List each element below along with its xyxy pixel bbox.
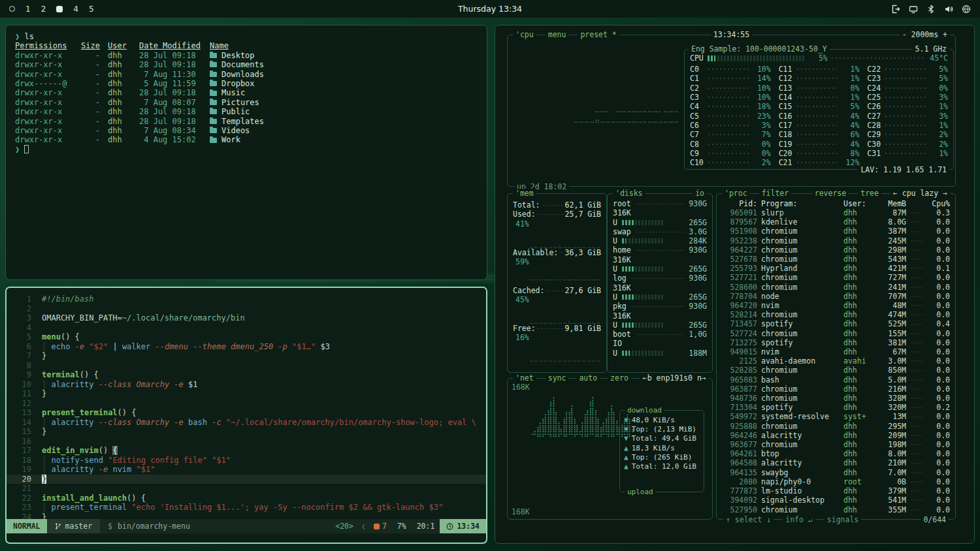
process-row[interactable]: 951908chromiumdhh387M0.0 bbox=[722, 227, 950, 236]
cpu-core: C141% bbox=[779, 93, 860, 102]
workspace-1[interactable]: 1 bbox=[25, 5, 31, 14]
process-row[interactable]: 777873lm-studiodhh379M0.0 bbox=[722, 486, 950, 496]
btop-window[interactable]: 'cpu menu preset * 13:34:55 - 2000ms + ⠒… bbox=[495, 25, 975, 544]
select-control[interactable]: ↑ select ↓ bbox=[723, 515, 774, 524]
globe-icon[interactable] bbox=[962, 5, 971, 14]
line-number: 3 bbox=[7, 313, 42, 323]
sync-button[interactable]: sync bbox=[546, 373, 569, 383]
process-row[interactable]: 394092signal-desktopdhh541M0.0 bbox=[722, 496, 950, 505]
editor-lines[interactable]: 1#!/bin/bash23OMARCHY_BIN_PATH=~/.local/… bbox=[7, 288, 486, 519]
process-row[interactable]: 964261btopdhh8.0M0.0 bbox=[722, 449, 950, 458]
io-mode-button[interactable]: io bbox=[693, 189, 707, 198]
process-row[interactable]: 2125avahi-daemonavahi3.0M0.0 bbox=[722, 356, 950, 366]
size: - bbox=[80, 70, 100, 79]
workspace-square-icon[interactable] bbox=[56, 6, 63, 12]
line-number: 16 bbox=[7, 437, 42, 447]
editor-line: 11} bbox=[7, 389, 486, 399]
process-row[interactable]: 527721chromiumdhh727M0.0 bbox=[722, 273, 950, 282]
process-row[interactable]: 964720nvimdhh48M0.0 bbox=[722, 301, 950, 310]
process-row[interactable]: 964508alacrittydhh210M0.0 bbox=[722, 458, 950, 467]
auto-button[interactable]: auto bbox=[576, 373, 600, 383]
process-row[interactable]: 528285chromiumdhh850M0.0 bbox=[722, 366, 950, 375]
git-branch: master bbox=[47, 519, 101, 533]
line-number: 4 bbox=[7, 323, 42, 333]
process-row[interactable]: 549972systemd-resolvesyst+13M0.0 bbox=[722, 412, 950, 421]
signals-control[interactable]: signals bbox=[825, 515, 861, 524]
editor-line: 6│ echo -e "$2" | walker --dmenu --theme… bbox=[7, 342, 486, 352]
net-interface[interactable]: ←b enp191s0 n→ bbox=[640, 373, 709, 383]
cpu-core: C90% bbox=[690, 149, 771, 158]
cpu-core: C523% bbox=[690, 111, 771, 120]
filter-button[interactable]: filter bbox=[759, 189, 792, 198]
up-arrow-icon: ▲ bbox=[624, 444, 629, 453]
preset-button[interactable]: preset * bbox=[578, 30, 619, 39]
process-row[interactable]: 713457spotifydhh525M0.4 bbox=[722, 319, 950, 328]
file-path: bin/omarchy-menu bbox=[118, 522, 190, 531]
cpu-core: C114% bbox=[690, 74, 771, 83]
clock-icon bbox=[446, 523, 453, 530]
process-row[interactable]: 255793Hyprlanddhh421M0.1 bbox=[722, 264, 950, 273]
prompt-symbol: ❯ bbox=[15, 145, 20, 154]
process-row[interactable]: 527678chromiumdhh543M0.0 bbox=[722, 255, 950, 264]
screencast-icon[interactable] bbox=[909, 5, 918, 14]
line-number: 13 bbox=[7, 408, 42, 418]
process-row[interactable]: 964135swaybgdhh7.0M0.0 bbox=[722, 468, 950, 477]
process-row[interactable]: 949015nvimdhh67M0.0 bbox=[722, 347, 950, 356]
sort-selector[interactable]: ← cpu lazy → bbox=[890, 189, 950, 198]
documents-folder-icon bbox=[210, 62, 217, 67]
workspace-4[interactable]: 4 bbox=[73, 5, 78, 14]
workspace-2[interactable]: 2 bbox=[41, 5, 46, 14]
process-row[interactable]: 948736chromiumdhh328M0.0 bbox=[722, 394, 950, 403]
tree-button[interactable]: tree bbox=[858, 189, 881, 198]
editor-line: 1#!/bin/bash bbox=[7, 294, 486, 304]
process-row[interactable]: 879567kdenlivedhh8.0G0.0 bbox=[722, 217, 950, 227]
process-row[interactable]: 778704nodedhh707M0.0 bbox=[722, 292, 950, 301]
process-row[interactable]: 713304spotifydhh320M0.2 bbox=[722, 403, 950, 412]
process-row[interactable]: 965091slurpdhh87M0.3 bbox=[722, 208, 950, 217]
workspace-5[interactable]: 5 bbox=[89, 5, 94, 14]
volume-icon[interactable] bbox=[944, 5, 953, 14]
user: dhh bbox=[108, 51, 131, 60]
up-arrow-icon: ▲ bbox=[624, 462, 629, 471]
process-row[interactable]: 963877chromiumdhh216M0.0 bbox=[722, 385, 950, 394]
zero-button[interactable]: zero bbox=[608, 373, 631, 383]
net-up-rows: ▲18,3 KiB/s▲Top: (265 KiB)▲Total: 12,0 G… bbox=[620, 444, 704, 472]
menu-button[interactable]: menu bbox=[546, 30, 569, 39]
user: dhh bbox=[108, 126, 131, 135]
bluetooth-icon[interactable] bbox=[926, 5, 936, 14]
editor-statusline: NORMAL master $bin/omarchy-menu <20> ❮ 7… bbox=[7, 519, 486, 533]
info-control[interactable]: info ↵ bbox=[783, 515, 815, 524]
process-row[interactable]: 528214chromiumdhh474M0.0 bbox=[722, 310, 950, 319]
reverse-button[interactable]: reverse bbox=[812, 189, 849, 198]
neovim-window[interactable]: 1#!/bin/bash23OMARCHY_BIN_PATH=~/.local/… bbox=[5, 287, 487, 544]
date-modified: 28 Jul 09:18 bbox=[139, 88, 202, 97]
workspace-circle-icon[interactable] bbox=[9, 6, 15, 12]
line-number: 23 bbox=[7, 503, 42, 512]
mem-stat: Cached:27,6 GiB45%⣀⣀⣀⣀⣀⣀⣀⣀⣄⣀⣀⣀⣀⣀⣀⣀⣀⣀ bbox=[513, 286, 601, 324]
terminal-window-ls[interactable]: ❯ ls PermissionsSizeUserDate ModifiedNam… bbox=[5, 25, 487, 280]
command-line bbox=[7, 533, 486, 543]
process-row[interactable]: 925888chromiumdhh295M0.0 bbox=[722, 422, 950, 431]
ls-column-header: Permissions bbox=[15, 41, 73, 50]
editor-line: 10│ alacritty --class Omarchy -e $1 bbox=[7, 380, 486, 390]
process-row[interactable]: 964227chromiumdhh298M0.0 bbox=[722, 245, 950, 255]
update-interval-control[interactable]: - 2000ms + bbox=[900, 30, 950, 39]
top-bar: 1245 Thursday 13:34 bbox=[0, 0, 980, 18]
cpu-total-meter bbox=[708, 55, 806, 61]
disk-used-meter bbox=[622, 294, 664, 300]
logout-icon[interactable] bbox=[891, 5, 900, 14]
statusline-separator: ❮ bbox=[361, 522, 366, 531]
process-row[interactable]: 963677chromiumdhh198M0.0 bbox=[722, 440, 950, 449]
user: dhh bbox=[108, 60, 131, 69]
process-row[interactable]: 528600chromiumdhh241M0.0 bbox=[722, 283, 950, 292]
process-row[interactable]: 527724chromiumdhh155M0.0 bbox=[722, 329, 950, 338]
process-row[interactable]: 965083bashdhh5.0M0.0 bbox=[722, 375, 950, 385]
disks-panel: 'disks io root930G316KU265Gswap3.0GU284K… bbox=[607, 193, 713, 373]
process-row[interactable]: 527950chromiumdhh355M0.0 bbox=[722, 505, 950, 514]
net-down-stat: ▼48,0 KiB/s bbox=[624, 416, 700, 425]
process-row[interactable]: 952238chromiumdhh245M0.0 bbox=[722, 236, 950, 245]
process-row[interactable]: 713275spotifydhh381M0.0 bbox=[722, 338, 950, 347]
process-row[interactable]: 964246alacrittydhh209M0.0 bbox=[722, 431, 950, 440]
downloads-folder-icon bbox=[210, 72, 217, 77]
process-row[interactable]: 2080napi/phy0-0root0B0.0 bbox=[722, 477, 950, 486]
